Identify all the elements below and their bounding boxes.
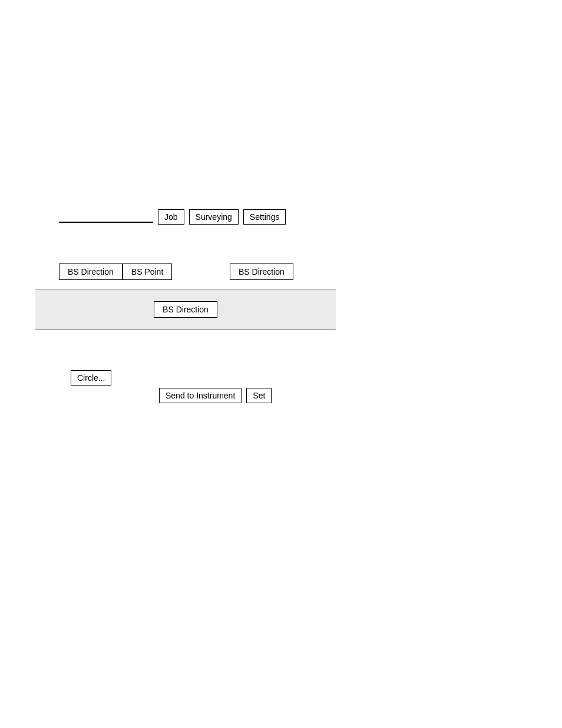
circle-button-area: Circle... (71, 370, 111, 386)
tab-bs-direction-right: BS Direction (230, 263, 293, 280)
tab-bs-direction-1[interactable]: BS Direction (59, 263, 123, 280)
send-to-instrument-button[interactable]: Send to Instrument (159, 388, 242, 403)
panel-bs-direction-button[interactable]: BS Direction (154, 301, 217, 318)
content-panel: BS Direction (35, 289, 336, 330)
set-button[interactable]: Set (246, 388, 272, 403)
surveying-button[interactable]: Surveying (189, 209, 239, 225)
settings-button[interactable]: Settings (243, 209, 286, 225)
job-button[interactable]: Job (158, 209, 184, 225)
send-set-area: Send to Instrument Set (159, 388, 272, 403)
tab-bs-point[interactable]: BS Point (123, 263, 172, 280)
top-bar: Job Surveying Settings (59, 209, 286, 225)
tabs-row-left: BS Direction BS Point (59, 263, 172, 280)
underline-label (59, 211, 153, 223)
tab-bs-direction-2[interactable]: BS Direction (230, 263, 293, 280)
circle-button[interactable]: Circle... (71, 370, 111, 386)
